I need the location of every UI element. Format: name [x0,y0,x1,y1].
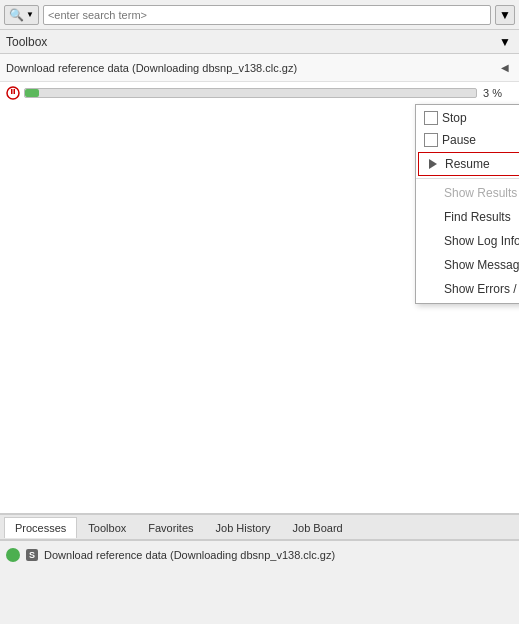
process-title: Download reference data (Downloading dbs… [6,62,297,74]
stop-label: Stop [442,111,467,125]
progress-bar-fill [25,89,39,97]
search-bar: 🔍 ▼ ▼ [0,0,519,30]
tab-processes[interactable]: Processes [4,517,77,538]
status-green-icon [6,548,20,562]
toolbox-header: Toolbox ▼ [0,30,519,54]
show-results-icon [424,185,440,201]
status-badge: S [26,549,38,561]
tab-job-history-label: Job History [216,522,271,534]
resume-icon [425,156,441,172]
find-results-icon [424,209,440,225]
find-results-label: Find Results [444,210,511,224]
pause-label: Pause [442,133,476,147]
menu-item-stop[interactable]: Stop [416,107,519,129]
tab-favorites[interactable]: Favorites [137,517,204,538]
search-icon: 🔍 [9,8,24,22]
menu-item-show-log-info[interactable]: Show Log Info [416,229,519,253]
menu-item-resume[interactable]: Resume [418,152,519,176]
show-results-label: Show Results [444,186,517,200]
menu-item-show-results: Show Results [416,181,519,205]
tab-job-history[interactable]: Job History [205,517,282,538]
filter-icon: ▼ [499,8,511,22]
menu-item-show-errors[interactable]: Show Errors / W... [416,277,519,301]
show-message-label: Show Message [444,258,519,272]
resume-label: Resume [445,157,490,171]
show-log-info-icon [424,233,440,249]
menu-separator-1 [416,178,519,179]
status-text: Download reference data (Downloading dbs… [44,549,335,561]
bottom-tabs: Processes Toolbox Favorites Job History … [0,514,519,540]
pause-checkbox [424,133,438,147]
tab-processes-label: Processes [15,522,66,534]
process-menu-button[interactable]: ◀ [497,60,513,76]
tab-favorites-label: Favorites [148,522,193,534]
search-filter-button[interactable]: ▼ [495,5,515,25]
tab-toolbox[interactable]: Toolbox [77,517,137,538]
status-bar: S Download reference data (Downloading d… [0,540,519,568]
tab-job-board-label: Job Board [293,522,343,534]
svg-rect-2 [14,89,16,94]
context-menu: Stop Pause Resume Show Results Find Resu… [415,104,519,304]
search-input[interactable] [43,5,491,25]
search-icon-button[interactable]: 🔍 ▼ [4,5,39,25]
search-dropdown-icon: ▼ [26,10,34,19]
tab-toolbox-label: Toolbox [88,522,126,534]
show-log-info-label: Show Log Info [444,234,519,248]
main-content: Download reference data (Downloading dbs… [0,54,519,514]
menu-arrow-icon: ◀ [501,62,509,73]
tab-job-board[interactable]: Job Board [282,517,354,538]
menu-item-find-results[interactable]: Find Results [416,205,519,229]
svg-rect-1 [11,89,13,94]
progress-bar [24,88,477,98]
toolbox-filter-button[interactable]: ▼ [497,34,513,50]
progress-status-icon [6,86,20,100]
process-row: Download reference data (Downloading dbs… [0,54,519,82]
progress-row: 3 % [0,82,519,104]
show-errors-icon [424,281,440,297]
menu-item-show-message[interactable]: Show Message [416,253,519,277]
toolbox-title: Toolbox [6,35,47,49]
progress-text: 3 % [483,87,513,99]
menu-item-pause[interactable]: Pause [416,129,519,151]
svg-point-0 [7,87,19,99]
show-errors-label: Show Errors / W... [444,282,519,296]
toolbox-filter-icon: ▼ [499,35,511,49]
stop-checkbox [424,111,438,125]
show-message-icon [424,257,440,273]
svg-marker-3 [429,159,437,169]
